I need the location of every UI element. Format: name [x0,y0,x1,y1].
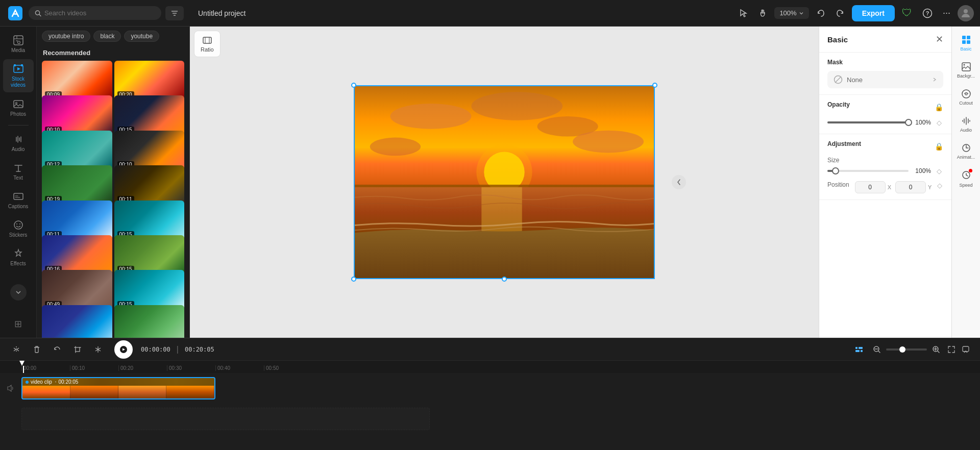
list-item[interactable]: 00:12 [42,131,112,170]
position-x-label: X [888,184,891,190]
zoom-slider[interactable] [886,348,927,351]
strip-item-animation[interactable]: Animat... [953,139,979,164]
position-y-input[interactable] [895,181,926,193]
sidebar-item-audio[interactable]: Audio [3,130,34,156]
sidebar-item-captions[interactable]: Captions [3,187,34,213]
sidebar-item-media[interactable]: Media [3,31,34,57]
mask-section: Mask None [819,53,951,95]
rotate-button[interactable] [49,343,65,356]
delete-button[interactable] [29,343,45,356]
zoom-out-button[interactable] [870,342,884,357]
sidebar-item-effects[interactable]: Effects [3,244,34,270]
list-item[interactable]: 00:20 [114,61,185,100]
split-button[interactable] [8,343,24,356]
timeline-settings-button[interactable] [850,343,868,356]
list-item[interactable]: 00:15 [114,270,185,309]
svg-line-2 [39,14,41,16]
crop-button[interactable] [69,343,86,356]
canvas-handle-bl[interactable] [351,277,356,282]
sidebar-item-stock-videos[interactable]: Stock videos [3,59,34,92]
timeline-area: 00:00:00 | 00:20:05 [0,338,980,450]
zoom-in-button[interactable] [929,342,943,357]
strip-item-cutout[interactable]: Cutout [953,85,979,110]
list-item[interactable] [114,305,185,338]
list-item[interactable]: 00:10 [114,131,185,170]
sidebar-item-text[interactable]: Text [3,158,34,185]
strip-item-speed[interactable]: Speed [953,166,979,192]
pan-tool-button[interactable] [755,6,770,21]
list-item[interactable]: 00:15 [114,201,185,240]
opacity-value: 100% [913,119,931,126]
canvas-handle-tl[interactable] [351,83,356,88]
left-panel: youtube intro black youtube Recommended … [37,27,190,338]
strip-item-background[interactable]: Backgr... [953,58,979,83]
list-item[interactable]: 00:15 [114,235,185,274]
ratio-label: Ratio [201,46,214,53]
undo-button[interactable] [813,6,828,21]
list-item[interactable]: 00:19 [42,165,112,205]
strip-item-basic[interactable]: Basic [953,31,979,56]
opacity-keyframe-button[interactable]: ◇ [935,118,943,127]
filter-button[interactable] [165,6,184,20]
select-tool-button[interactable] [736,6,751,21]
list-item[interactable]: 00:11 [42,201,112,240]
tag-youtube[interactable]: youtube [124,31,159,42]
svg-point-28 [471,92,562,120]
strip-item-audio[interactable]: Audio [953,112,979,137]
list-item[interactable]: 00:10 [42,95,112,135]
fullscreen-button[interactable] [945,343,958,356]
adjustment-lock-icon[interactable]: 🔒 [935,142,943,151]
list-item[interactable]: 00:09 [42,61,112,100]
redo-button[interactable] [832,6,848,21]
opacity-slider[interactable] [827,117,909,128]
sidebar-item-photos[interactable]: Photos [3,94,34,121]
sidebar-item-stickers[interactable]: Stickers [3,215,34,242]
sidebar-label-photos: Photos [10,111,26,117]
list-item[interactable] [42,305,112,338]
canvas-handle-bc[interactable] [502,277,507,282]
canvas-video [354,85,655,279]
chat-button[interactable] [960,343,972,356]
clip-thumb [118,386,166,398]
position-x-input[interactable] [855,181,886,193]
list-item[interactable]: 00:16 [42,235,112,274]
ruler-mark: 00:20 [118,365,167,371]
volume-label[interactable] [0,384,21,392]
more-options-button[interactable]: ··· [940,5,953,21]
position-x-group: X [855,181,891,193]
opacity-lock-icon[interactable]: 🔒 [935,103,943,111]
close-panel-button[interactable]: ✕ [936,34,943,45]
svg-point-39 [963,64,965,66]
chevron-right-icon [932,77,937,82]
play-button[interactable] [114,340,133,359]
tag-black[interactable]: black [93,31,121,42]
user-avatar[interactable] [958,5,974,21]
search-input[interactable] [44,9,155,17]
clip-thumb [166,386,214,398]
zoom-selector[interactable]: 100% [774,7,808,19]
track-row: video clip ⬝ 00:20:05 [0,373,980,404]
playhead [21,361,22,373]
position-keyframe-button[interactable]: ◇ [936,181,943,189]
size-slider[interactable] [827,166,909,176]
shield-icon-button[interactable]: 🛡 [899,4,915,22]
svg-rect-38 [962,63,970,71]
flip-button[interactable] [90,343,106,356]
list-item[interactable]: 00:11 [114,165,185,205]
sidebar-more-button[interactable] [10,284,27,301]
canvas-handle-tr[interactable] [652,83,657,88]
ruler-mark: 00:00 [21,365,70,371]
timeline-toolbar: 00:00:00 | 00:20:05 [0,338,980,361]
panel-toggle-button[interactable] [672,175,686,189]
export-button[interactable]: Export [852,5,895,21]
list-item[interactable]: 00:49 [42,270,112,309]
list-item[interactable]: 00:15 [114,95,185,135]
tag-youtube-intro[interactable]: youtube intro [42,31,90,42]
help-button[interactable]: ? [919,5,936,21]
sidebar-extra-icon[interactable]: ⊞ [14,318,22,330]
size-keyframe-button[interactable]: ◇ [935,167,943,175]
mask-selector[interactable]: None [827,71,943,88]
search-bar[interactable] [29,6,161,20]
ratio-button[interactable]: Ratio [194,31,220,57]
video-clip[interactable]: video clip ⬝ 00:20:05 [21,377,215,399]
